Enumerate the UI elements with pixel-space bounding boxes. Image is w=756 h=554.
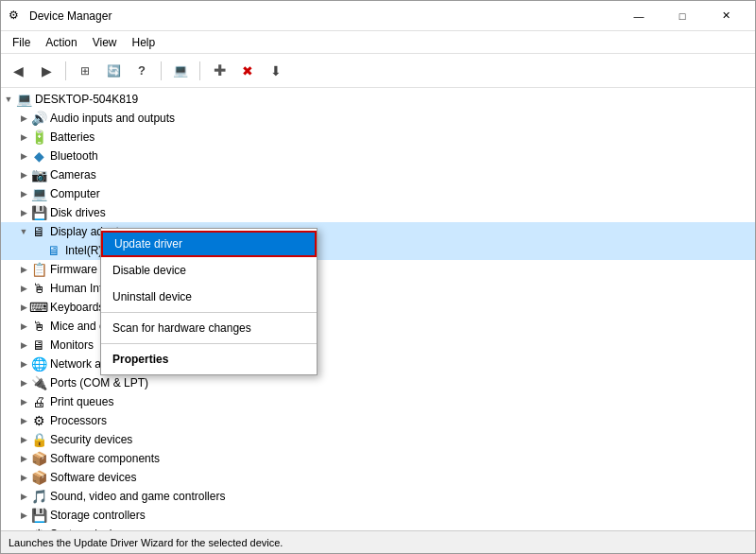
cameras-label: Cameras bbox=[50, 168, 96, 182]
audio-expander: ▶ bbox=[16, 109, 31, 128]
device-manager-window: ⚙ Device Manager — □ ✕ File Action View … bbox=[0, 0, 756, 554]
security-icon: 🔒 bbox=[31, 432, 46, 447]
ctx-sep-1 bbox=[101, 312, 317, 313]
mice-icon: 🖱 bbox=[31, 319, 46, 334]
processors-label: Processors bbox=[50, 414, 107, 427]
tree-item-storage[interactable]: ▶ 💾 Storage controllers bbox=[1, 506, 755, 525]
toolbar-computer[interactable]: 💻 bbox=[167, 58, 194, 84]
firmware-icon: 📋 bbox=[31, 262, 46, 277]
batteries-expander: ▶ bbox=[16, 128, 31, 147]
system-expander: ▶ bbox=[16, 525, 31, 530]
bluetooth-icon: ◆ bbox=[31, 148, 46, 164]
diskdrives-icon: 💾 bbox=[31, 205, 46, 220]
sound-label: Sound, video and game controllers bbox=[50, 490, 225, 503]
network-icon: 🌐 bbox=[31, 356, 46, 372]
tree-item-system[interactable]: ▶ ⚙ System devices bbox=[1, 525, 755, 530]
system-label: System devices bbox=[50, 528, 129, 530]
security-label: Security devices bbox=[50, 433, 132, 446]
tree-item-sound[interactable]: ▶ 🎵 Sound, video and game controllers bbox=[1, 487, 755, 506]
menu-view[interactable]: View bbox=[85, 31, 125, 53]
audio-icon: 🔊 bbox=[31, 111, 46, 126]
tree-item-software[interactable]: ▶ 📦 Software components bbox=[1, 449, 755, 468]
diskdrives-label: Disk drives bbox=[50, 206, 106, 219]
menu-help[interactable]: Help bbox=[125, 31, 163, 53]
hid-expander: ▶ bbox=[16, 279, 31, 298]
toolbar-help[interactable]: ? bbox=[129, 58, 155, 84]
mice-expander: ▶ bbox=[16, 317, 31, 336]
status-bar: Launches the Update Driver Wizard for th… bbox=[1, 530, 755, 553]
root-expander: ▼ bbox=[1, 90, 16, 109]
toolbar-add[interactable]: ✚ bbox=[206, 58, 232, 84]
tree-item-cameras[interactable]: ▶ 📷 Cameras bbox=[1, 165, 755, 184]
ctx-properties[interactable]: Properties bbox=[101, 346, 317, 372]
monitors-label: Monitors bbox=[50, 338, 94, 352]
tree-item-diskdrives[interactable]: ▶ 💾 Disk drives bbox=[1, 203, 755, 222]
security-expander: ▶ bbox=[16, 430, 31, 449]
title-bar: ⚙ Device Manager — □ ✕ bbox=[1, 1, 755, 31]
sound-icon: 🎵 bbox=[31, 489, 46, 504]
root-label: DESKTOP-504K819 bbox=[35, 93, 138, 106]
tree-item-bluetooth[interactable]: ▶ ◆ Bluetooth bbox=[1, 147, 755, 165]
hid-icon: 🖱 bbox=[31, 281, 46, 296]
toolbar-refresh[interactable]: 🔄 bbox=[100, 58, 127, 84]
cameras-icon: 📷 bbox=[31, 167, 46, 182]
softwaredev-label: Software devices bbox=[50, 471, 136, 484]
minimize-button[interactable]: — bbox=[617, 1, 661, 31]
menu-file[interactable]: File bbox=[5, 31, 38, 53]
network-expander: ▶ bbox=[16, 355, 31, 373]
system-icon: ⚙ bbox=[31, 527, 46, 530]
storage-expander: ▶ bbox=[16, 506, 31, 525]
tree-item-processors[interactable]: ▶ ⚙ Processors bbox=[1, 411, 755, 430]
sound-expander: ▶ bbox=[16, 487, 31, 506]
toolbar-back[interactable]: ◀ bbox=[5, 58, 31, 84]
print-expander: ▶ bbox=[16, 392, 31, 411]
audio-label: Audio inputs and outputs bbox=[50, 112, 175, 125]
ctx-scan-hardware[interactable]: Scan for hardware changes bbox=[101, 315, 317, 341]
tree-item-security[interactable]: ▶ 🔒 Security devices bbox=[1, 430, 755, 449]
keyboard-icon: ⌨ bbox=[31, 300, 46, 315]
computer-label: Computer bbox=[50, 187, 100, 200]
toolbar-properties[interactable]: ⊞ bbox=[72, 58, 98, 84]
device-tree[interactable]: ▼ 💻 DESKTOP-504K819 ▶ 🔊 Audio inputs and… bbox=[1, 88, 755, 530]
batteries-icon: 🔋 bbox=[31, 130, 46, 145]
toolbar-forward[interactable]: ▶ bbox=[33, 58, 60, 84]
toolbar-download[interactable]: ⬇ bbox=[263, 58, 289, 84]
tree-item-softwaredev[interactable]: ▶ 📦 Software devices bbox=[1, 468, 755, 487]
software-expander: ▶ bbox=[16, 449, 31, 468]
intel-icon: 🖥 bbox=[46, 243, 61, 258]
print-icon: 🖨 bbox=[31, 394, 46, 409]
window-title: Device Manager bbox=[29, 9, 617, 23]
softwaredev-expander: ▶ bbox=[16, 468, 31, 487]
ctx-disable-device[interactable]: Disable device bbox=[101, 257, 317, 284]
software-label: Software components bbox=[50, 452, 160, 465]
bluetooth-expander: ▶ bbox=[16, 147, 31, 165]
tree-item-batteries[interactable]: ▶ 🔋 Batteries bbox=[1, 128, 755, 147]
main-content: ▼ 💻 DESKTOP-504K819 ▶ 🔊 Audio inputs and… bbox=[1, 88, 755, 530]
firmware-expander: ▶ bbox=[16, 260, 31, 279]
menu-bar: File Action View Help bbox=[1, 31, 755, 54]
close-button[interactable]: ✕ bbox=[704, 1, 747, 31]
ctx-uninstall-device[interactable]: Uninstall device bbox=[101, 284, 317, 310]
ports-icon: 🔌 bbox=[31, 375, 46, 390]
tree-item-ports[interactable]: ▶ 🔌 Ports (COM & LPT) bbox=[1, 373, 755, 392]
toolbar-sep-1 bbox=[65, 61, 66, 80]
softwaredev-icon: 📦 bbox=[31, 470, 46, 485]
ports-expander: ▶ bbox=[16, 373, 31, 392]
ctx-update-driver[interactable]: Update driver bbox=[101, 231, 317, 257]
bluetooth-label: Bluetooth bbox=[50, 149, 98, 163]
monitors-expander: ▶ bbox=[16, 336, 31, 355]
window-controls: — □ ✕ bbox=[617, 1, 747, 31]
status-text: Launches the Update Driver Wizard for th… bbox=[9, 537, 283, 548]
menu-action[interactable]: Action bbox=[38, 31, 84, 53]
maximize-button[interactable]: □ bbox=[661, 1, 704, 31]
monitors-icon: 🖥 bbox=[31, 338, 46, 353]
tree-item-audio[interactable]: ▶ 🔊 Audio inputs and outputs bbox=[1, 109, 755, 128]
toolbar-remove[interactable]: ✖ bbox=[234, 58, 261, 84]
cameras-expander: ▶ bbox=[16, 165, 31, 184]
toolbar-sep-2 bbox=[161, 61, 162, 80]
tree-item-computer[interactable]: ▶ 💻 Computer bbox=[1, 184, 755, 203]
tree-item-print[interactable]: ▶ 🖨 Print queues bbox=[1, 392, 755, 411]
root-icon: 💻 bbox=[16, 92, 31, 107]
tree-root[interactable]: ▼ 💻 DESKTOP-504K819 bbox=[1, 90, 755, 109]
window-icon: ⚙ bbox=[9, 9, 24, 24]
